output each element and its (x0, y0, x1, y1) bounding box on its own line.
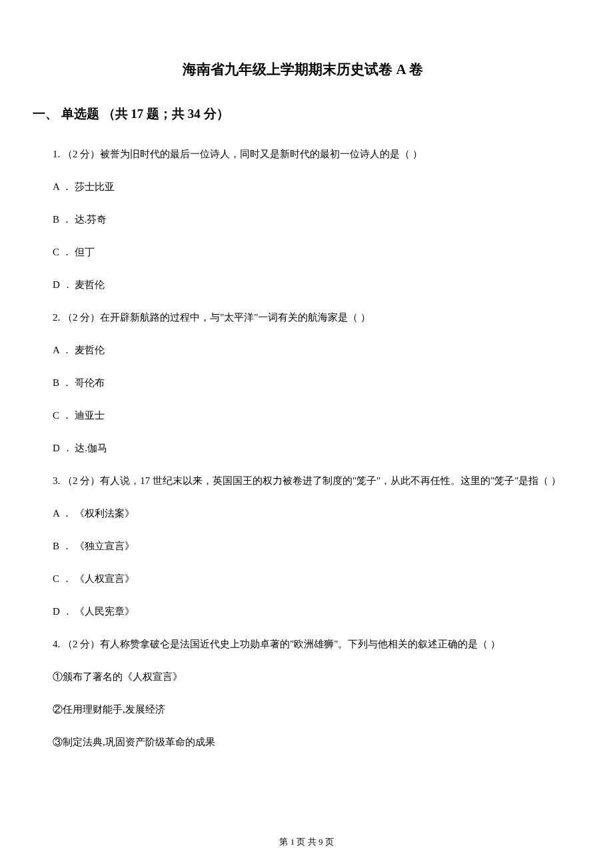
question-1-option-a: A ． 莎士比亚 (33, 179, 573, 195)
question-3-option-b: B ． 《独立宣言》 (33, 538, 573, 554)
question-4-subitem-1: ①颁布了著名的《人权宣言》 (33, 669, 573, 685)
question-2-option-a: A ． 麦哲伦 (33, 342, 573, 358)
question-4-prompt: 4. （2 分）有人称赞拿破仑是法国近代史上功勋卓著的"欧洲雄狮"。下列与他相关… (33, 636, 573, 652)
section-header: 一、 单选题 （共 17 题；共 34 分） (33, 105, 573, 123)
question-4-subitem-2: ②任用理财能手,发展经济 (33, 701, 573, 717)
question-3-option-c: C ． 《人权宣言》 (33, 571, 573, 587)
question-1-option-c: C ． 但丁 (33, 244, 573, 260)
question-2-option-d: D ． 达.伽马 (33, 440, 573, 456)
question-3-option-d: D ． 《人民宪章》 (33, 603, 573, 619)
page-footer: 第 1 页 共 9 页 (0, 836, 613, 848)
question-1-option-d: D ． 麦哲伦 (33, 277, 573, 293)
question-3-text: 3. （2 分）有人说，17 世纪末以来，英国国王的权力被卷进了制度的"笼子"，… (53, 475, 561, 486)
question-4-subitem-3: ③制定法典,巩固资产阶级革命的成果 (33, 734, 573, 750)
question-2-prompt: 2. （2 分）在开辟新航路的过程中，与"太平洋"一词有关的航海家是（ ） (33, 309, 573, 325)
question-2-option-b: B ． 哥伦布 (33, 375, 573, 391)
question-2-option-c: C ． 迪亚士 (33, 407, 573, 423)
question-3-prompt: 3. （2 分）有人说，17 世纪末以来，英国国王的权力被卷进了制度的"笼子"，… (33, 473, 573, 489)
question-1-option-b: B ． 达.芬奇 (33, 211, 573, 227)
page-title: 海南省九年级上学期期末历史试卷 A 卷 (33, 60, 573, 79)
question-1-prompt: 1. （2 分）被誉为旧时代的最后一位诗人，同时又是新时代的最初一位诗人的是（ … (33, 146, 573, 162)
question-3-option-a: A ． 《权利法案》 (33, 505, 573, 521)
